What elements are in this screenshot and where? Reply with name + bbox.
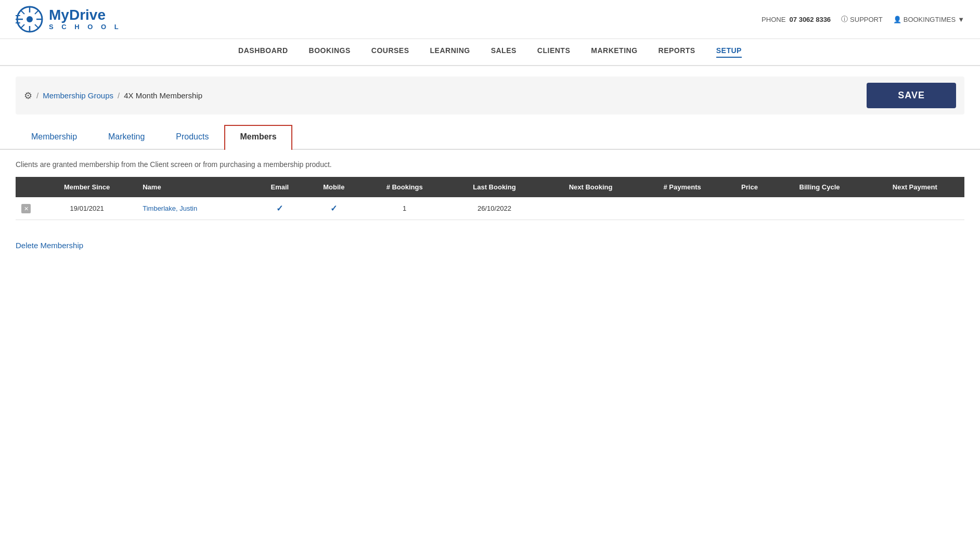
members-table-container: Member Since Name Email Mobile # Booking…	[16, 177, 964, 220]
gear-icon[interactable]: ⚙	[24, 90, 32, 101]
save-button[interactable]: SAVE	[867, 83, 956, 108]
nav-dashboard[interactable]: DASHBOARD	[238, 46, 288, 58]
members-table: Member Since Name Email Mobile # Booking…	[16, 177, 964, 220]
logo-school: S C H O O L	[49, 23, 122, 31]
support-link[interactable]: ⓘ SUPPORT	[841, 15, 883, 24]
breadcrumb-sep-1: /	[36, 91, 38, 100]
top-bar: MyDrive S C H O O L PHONE 07 3062 8336 ⓘ…	[0, 0, 980, 39]
phone-info: PHONE 07 3062 8336	[762, 16, 831, 23]
row-next-booking	[542, 197, 639, 220]
col-bookings: # Bookings	[363, 177, 447, 197]
support-icon: ⓘ	[841, 15, 848, 24]
tabs: Membership Marketing Products Members	[0, 125, 980, 150]
col-payments: # Payments	[639, 177, 726, 197]
logo-drive: Drive	[69, 7, 106, 23]
phone-label: PHONE	[762, 16, 785, 23]
svg-line-9	[21, 24, 25, 29]
nav-courses[interactable]: COURSES	[371, 46, 409, 58]
logo-icon	[16, 5, 44, 33]
logo-text: MyDrive S C H O O L	[49, 7, 122, 31]
chevron-down-icon: ▼	[958, 16, 964, 23]
col-next-payment: Next Payment	[866, 177, 964, 197]
main-nav: DASHBOARD BOOKINGS COURSES LEARNING SALE…	[0, 39, 980, 66]
svg-point-1	[27, 16, 33, 22]
delete-membership-link[interactable]: Delete Membership	[16, 241, 83, 250]
row-last-booking: 26/10/2022	[447, 197, 543, 220]
row-name[interactable]: Timberlake, Justin	[137, 197, 254, 220]
col-email: Email	[254, 177, 305, 197]
bookingtimes-link[interactable]: 👤 BOOKINGTIMES ▼	[893, 16, 964, 23]
row-payments	[639, 197, 726, 220]
members-description: Clients are granted membership from the …	[0, 160, 980, 177]
table-header-row: Member Since Name Email Mobile # Booking…	[16, 177, 964, 197]
row-billing-cycle	[774, 197, 866, 220]
logo-my: My	[49, 7, 69, 23]
svg-line-6	[21, 10, 25, 15]
col-billing-cycle: Billing Cycle	[774, 177, 866, 197]
nav-marketing[interactable]: MARKETING	[591, 46, 637, 58]
breadcrumb: ⚙ / Membership Groups / 4X Month Members…	[24, 90, 202, 101]
col-price: Price	[725, 177, 773, 197]
tab-membership[interactable]: Membership	[16, 125, 93, 149]
tab-products[interactable]: Products	[160, 125, 224, 149]
tab-members[interactable]: Members	[224, 125, 292, 150]
svg-line-7	[35, 24, 39, 29]
user-icon: 👤	[893, 16, 901, 23]
row-email: ✓	[254, 197, 305, 220]
tab-marketing[interactable]: Marketing	[93, 125, 160, 149]
col-member-since: Member Since	[36, 177, 137, 197]
col-last-booking: Last Booking	[447, 177, 543, 197]
remove-icon[interactable]: ✕	[21, 204, 31, 213]
logo: MyDrive S C H O O L	[16, 5, 122, 33]
row-bookings: 1	[363, 197, 447, 220]
row-mobile: ✓	[305, 197, 363, 220]
nav-learning[interactable]: LEARNING	[430, 46, 470, 58]
email-check-icon: ✓	[276, 204, 283, 213]
nav-sales[interactable]: SALES	[491, 46, 517, 58]
nav-bookings[interactable]: BOOKINGS	[309, 46, 351, 58]
nav-clients[interactable]: CLIENTS	[537, 46, 570, 58]
support-label: SUPPORT	[850, 16, 883, 23]
bookingtimes-label: BOOKINGTIMES	[904, 16, 956, 23]
mobile-check-icon: ✓	[330, 204, 337, 213]
row-member-since: 19/01/2021	[36, 197, 137, 220]
svg-line-8	[35, 10, 39, 15]
col-name: Name	[137, 177, 254, 197]
nav-reports[interactable]: REPORTS	[659, 46, 695, 58]
table-row: ✕ 19/01/2021 Timberlake, Justin ✓ ✓ 1 26…	[16, 197, 964, 220]
breadcrumb-membership-groups[interactable]: Membership Groups	[43, 91, 113, 100]
breadcrumb-sep-2: /	[118, 91, 120, 100]
breadcrumb-current: 4X Month Membership	[124, 91, 202, 100]
phone-number: 07 3062 8336	[790, 16, 831, 23]
nav-setup[interactable]: SETUP	[716, 46, 742, 58]
col-next-booking: Next Booking	[542, 177, 639, 197]
col-action	[16, 177, 36, 197]
breadcrumb-bar: ⚙ / Membership Groups / 4X Month Members…	[16, 76, 964, 114]
row-remove[interactable]: ✕	[16, 197, 36, 220]
row-price	[725, 197, 773, 220]
top-right-info: PHONE 07 3062 8336 ⓘ SUPPORT 👤 BOOKINGTI…	[762, 15, 964, 24]
col-mobile: Mobile	[305, 177, 363, 197]
footer: Delete Membership	[0, 220, 980, 260]
row-next-payment	[866, 197, 964, 220]
